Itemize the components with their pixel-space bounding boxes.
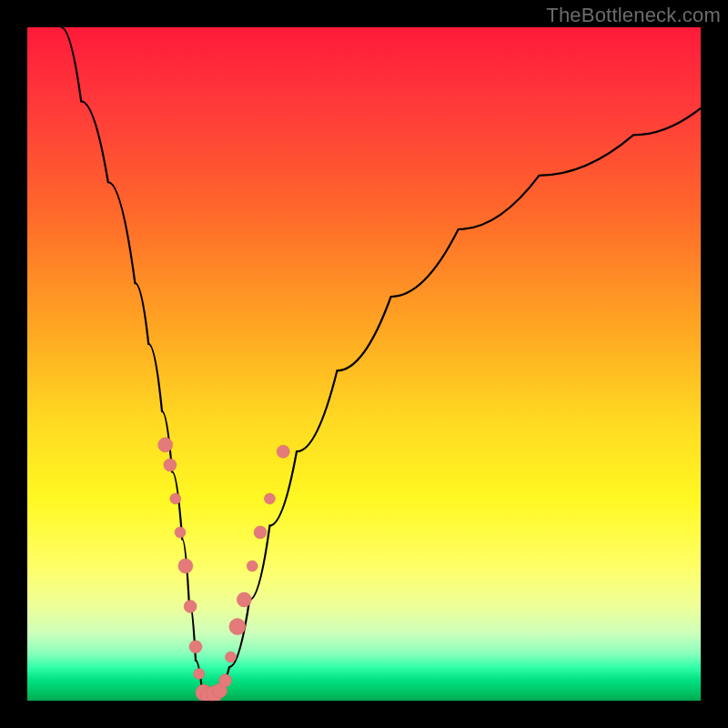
data-marker xyxy=(158,438,173,452)
data-marker xyxy=(229,619,246,635)
bottleneck-curve-svg xyxy=(27,27,701,701)
data-marker xyxy=(226,652,237,662)
bottleneck-curve xyxy=(61,27,701,697)
data-marker xyxy=(170,493,181,504)
data-marker xyxy=(164,459,177,471)
data-marker xyxy=(178,559,193,573)
data-marker xyxy=(219,674,232,687)
data-marker xyxy=(264,493,275,504)
data-marker xyxy=(184,600,197,612)
data-marker xyxy=(175,527,186,538)
watermark-text: TheBottleneck.com xyxy=(546,4,721,27)
data-marker xyxy=(247,561,258,571)
data-marker xyxy=(194,668,205,679)
chart-frame xyxy=(27,27,701,701)
data-marker xyxy=(189,641,202,653)
data-marker xyxy=(254,526,267,539)
curve-markers xyxy=(158,438,290,701)
data-marker xyxy=(237,592,251,607)
data-marker xyxy=(277,445,289,458)
